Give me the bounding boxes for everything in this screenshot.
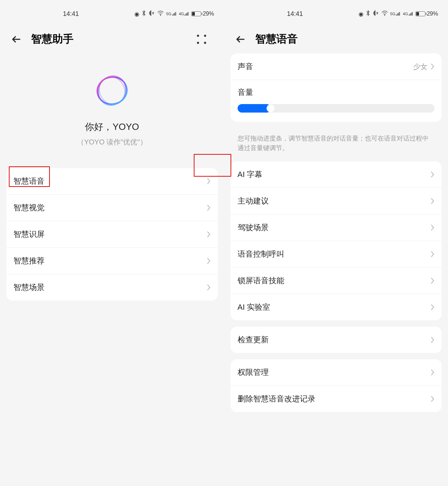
status-time: 14:41	[63, 10, 79, 18]
hero-subtitle: （YOYO 读作"优优"）	[6, 137, 218, 147]
list-item-voice[interactable]: 智慧语音	[6, 168, 218, 195]
list-item-label: 智慧推荐	[13, 256, 45, 266]
back-button[interactable]	[234, 33, 247, 46]
chevron-right-icon	[206, 257, 211, 264]
status-icons: ◉ 5G 4G 29%	[134, 10, 214, 18]
svg-point-0	[160, 15, 161, 16]
list-item-label: 删除智慧语音改进记录	[238, 394, 315, 404]
chevron-right-icon	[430, 63, 435, 70]
status-icons: ◉ 5G 4G 29%	[359, 10, 438, 18]
chevron-right-icon	[430, 277, 435, 284]
list-item-label: AI 实验室	[238, 302, 270, 313]
chevron-right-icon	[430, 395, 435, 402]
list-item-label: 智慧语音	[13, 176, 45, 187]
hero-title: 你好，YOYO	[6, 121, 218, 133]
eye-icon: ◉	[359, 11, 363, 17]
list-item-ai-lab[interactable]: AI 实验室	[231, 294, 442, 320]
volume-row: 音量	[231, 80, 442, 122]
sound-row[interactable]: 声音 少女	[231, 53, 442, 80]
list-item-ai-subtitle[interactable]: AI 字幕	[231, 161, 442, 188]
list-item-label: 智慧识屏	[13, 229, 45, 240]
wifi-icon	[381, 10, 388, 17]
bluetooth-icon	[141, 10, 146, 18]
list-item-vision[interactable]: 智慧视觉	[6, 195, 218, 221]
list-item-label: 智慧视觉	[13, 202, 45, 213]
chevron-right-icon	[206, 231, 211, 238]
list-item-screen[interactable]: 智慧识屏	[6, 221, 218, 248]
chevron-right-icon	[430, 304, 435, 311]
yoyo-logo-icon	[93, 71, 132, 110]
permissions-card: 权限管理 删除智慧语音改进记录	[231, 359, 442, 412]
slider-fill	[238, 104, 271, 113]
list-item-label: 锁屏语音技能	[238, 275, 284, 286]
signal-5g: 5G	[390, 11, 401, 16]
svg-point-1	[95, 75, 129, 106]
wifi-icon	[157, 10, 164, 17]
list-item-voice-call[interactable]: 语音控制呼叫	[231, 241, 442, 268]
sound-value: 少女	[413, 62, 427, 72]
list-item-label: 检查更新	[238, 335, 269, 345]
mute-icon	[149, 10, 155, 18]
svg-point-4	[384, 15, 385, 16]
title-bar: 智慧语音	[231, 21, 442, 53]
chevron-right-icon	[430, 251, 435, 258]
list-item-proactive[interactable]: 主动建议	[231, 188, 442, 215]
list-item-driving[interactable]: 驾驶场景	[231, 215, 442, 241]
status-bar: 14:41 ◉ 5G 4G 29%	[6, 6, 218, 21]
list-item-lock-screen[interactable]: 锁屏语音技能	[231, 268, 442, 294]
chevron-right-icon	[430, 336, 435, 343]
title-bar: 智慧助手	[6, 21, 218, 53]
chevron-right-icon	[430, 369, 435, 376]
back-button[interactable]	[10, 33, 23, 46]
right-screen: 14:41 ◉ 5G 4G 29% 智慧语音 声音	[224, 0, 448, 486]
list-item-label: 权限管理	[238, 367, 269, 378]
volume-label: 音量	[238, 87, 435, 98]
list-item-recommend[interactable]: 智慧推荐	[6, 248, 218, 274]
signal-4g: 4G	[403, 11, 413, 16]
list-item-label: 语音控制呼叫	[238, 249, 284, 259]
left-screen: 14:41 ◉ 5G 4G 29% 智慧助手	[0, 0, 224, 486]
list-item-label: 主动建议	[238, 196, 269, 206]
list-item-check-update[interactable]: 检查更新	[231, 327, 442, 353]
volume-hint: 您可拖动进度条，调节智慧语音的对话音量；也可在语音对话过程中通过音量键调节。	[231, 128, 442, 161]
eye-icon: ◉	[134, 11, 139, 17]
chevron-right-icon	[430, 198, 435, 205]
chevron-right-icon	[206, 178, 211, 185]
sound-card: 声音 少女 音量	[231, 53, 442, 122]
update-card: 检查更新	[231, 327, 442, 353]
slider-thumb[interactable]	[267, 104, 274, 112]
list-item-scene[interactable]: 智慧场景	[6, 274, 218, 301]
list-item-permissions[interactable]: 权限管理	[231, 359, 442, 386]
battery-indicator: 29%	[415, 11, 438, 17]
bluetooth-icon	[366, 10, 371, 18]
chevron-right-icon	[430, 224, 435, 231]
list-item-label: 智慧场景	[13, 282, 45, 293]
volume-slider[interactable]	[238, 104, 435, 113]
chevron-right-icon	[206, 204, 211, 211]
page-title: 智慧语音	[255, 32, 438, 46]
features-card: AI 字幕 主动建议 驾驶场景 语音控制呼叫 锁屏语音技能 AI 实验室	[231, 161, 442, 320]
chevron-right-icon	[206, 284, 211, 291]
page-title: 智慧助手	[31, 32, 187, 46]
more-button[interactable]	[196, 34, 207, 45]
sound-label: 声音	[238, 61, 253, 72]
status-time: 14:41	[287, 10, 303, 18]
signal-5g: 5G	[166, 11, 177, 16]
list-item-label: 驾驶场景	[238, 222, 269, 233]
mute-icon	[373, 10, 379, 18]
battery-indicator: 29%	[191, 11, 214, 17]
list-item-label: AI 字幕	[238, 169, 263, 180]
chevron-right-icon	[430, 171, 435, 178]
signal-4g: 4G	[179, 11, 190, 16]
feature-list-card: 智慧语音 智慧视觉 智慧识屏 智慧推荐 智慧场景	[6, 168, 218, 301]
status-bar: 14:41 ◉ 5G 4G 29%	[231, 6, 442, 21]
hero-section: 你好，YOYO （YOYO 读作"优优"）	[6, 53, 218, 161]
list-item-delete-records[interactable]: 删除智慧语音改进记录	[231, 386, 442, 412]
